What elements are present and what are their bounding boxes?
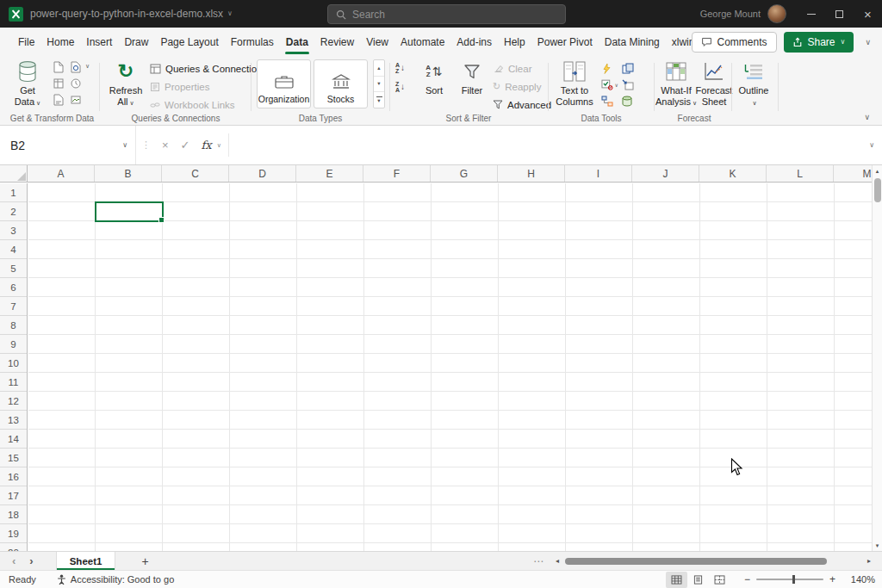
workbook-links-button[interactable]: Workbook Links <box>150 96 267 114</box>
share-button[interactable]: Share ∨ <box>784 32 854 53</box>
vertical-scrollbar-thumb[interactable] <box>874 178 881 202</box>
row-header-1[interactable]: 1 <box>0 183 27 202</box>
flash-fill-button[interactable] <box>601 63 618 74</box>
recent-sources-icon[interactable] <box>71 77 81 93</box>
row-header-19[interactable]: 19 <box>0 524 27 543</box>
close-button[interactable]: × <box>854 0 882 28</box>
search-box[interactable] <box>327 4 566 24</box>
status-ready[interactable]: Ready <box>9 574 36 585</box>
horizontal-scrollbar-thumb[interactable] <box>565 558 827 565</box>
row-header-11[interactable]: 11 <box>0 373 27 392</box>
row-header-14[interactable]: 14 <box>0 430 27 449</box>
row-header-12[interactable]: 12 <box>0 392 27 411</box>
accessibility-status[interactable]: Accessibility: Good to go <box>57 574 174 585</box>
menu-tab-xlwings[interactable]: xlwings <box>666 28 692 56</box>
chevron-down-icon[interactable]: ∨ <box>122 141 127 149</box>
cancel-button[interactable]: × <box>156 139 175 152</box>
menu-tab-page-layout[interactable]: Page Layout <box>154 28 224 56</box>
group-label-queries[interactable]: Queries & Connections <box>103 114 248 123</box>
group-label-forecast[interactable]: Forecast <box>656 114 732 123</box>
advanced-filter-button[interactable]: Advanced <box>493 96 551 114</box>
row-header-10[interactable]: 10 <box>0 354 27 373</box>
row-header-20[interactable]: 20 <box>0 543 27 551</box>
formula-bar-expand-button[interactable]: ∨ <box>861 141 882 149</box>
active-cell[interactable] <box>95 201 164 222</box>
column-header-f[interactable]: F <box>363 165 431 182</box>
forecast-sheet-button[interactable]: Forecast Sheet <box>696 59 732 108</box>
row-header-8[interactable]: 8 <box>0 316 27 335</box>
scroll-down-button[interactable]: ▾ <box>876 540 879 551</box>
what-if-analysis-button[interactable]: What-If Analysis∨ <box>656 59 696 108</box>
data-type-organization[interactable]: Organization <box>257 59 311 108</box>
select-all-button[interactable] <box>0 165 28 183</box>
data-type-stocks[interactable]: Stocks <box>314 59 368 108</box>
column-header-i[interactable]: I <box>565 165 632 182</box>
filter-button[interactable]: Filter <box>453 59 491 96</box>
queries-connections-button[interactable]: Queries & Connections <box>150 59 267 77</box>
remove-duplicates-button[interactable] <box>622 63 639 74</box>
comments-button[interactable]: Comments <box>692 32 777 53</box>
column-header-b[interactable]: B <box>95 165 162 182</box>
gallery-scroll-down-button[interactable]: ▾ <box>374 77 384 93</box>
document-title[interactable]: power-query-to-python-in-excel-demo.xlsx… <box>30 8 233 20</box>
zoom-in-button[interactable]: + <box>823 573 844 585</box>
scroll-left-button[interactable]: ◂ <box>551 558 563 565</box>
column-header-g[interactable]: G <box>431 165 498 182</box>
row-header-7[interactable]: 7 <box>0 297 27 316</box>
existing-connections-icon[interactable] <box>53 94 64 109</box>
maximize-button[interactable] <box>825 0 854 28</box>
column-header-e[interactable]: E <box>296 165 363 182</box>
row-header-16[interactable]: 16 <box>0 467 27 486</box>
zoom-slider-thumb[interactable] <box>792 575 795 584</box>
gallery-scroll-up-button[interactable]: ▴ <box>374 60 384 77</box>
row-header-18[interactable]: 18 <box>0 505 27 524</box>
add-sheet-button[interactable]: + <box>136 555 153 567</box>
tab-scroll-divider[interactable]: ⋯ <box>525 556 551 566</box>
reapply-button[interactable]: ↻ Reapply <box>493 77 551 96</box>
vertical-scrollbar[interactable]: ▴ ▾ <box>872 165 882 551</box>
column-header-k[interactable]: K <box>699 165 767 182</box>
menu-tab-review[interactable]: Review <box>314 28 360 56</box>
group-label-sort-filter[interactable]: Sort & Filter <box>393 114 544 123</box>
column-header-a[interactable]: A <box>28 165 95 182</box>
outline-button[interactable]: Outline ∨ <box>734 59 773 108</box>
menu-tab-file[interactable]: File <box>12 28 40 56</box>
from-table-range-icon[interactable] <box>53 77 64 93</box>
clear-filter-button[interactable]: Clear <box>493 59 551 77</box>
menu-tab-draw[interactable]: Draw <box>118 28 154 56</box>
menu-tab-help[interactable]: Help <box>498 28 531 56</box>
row-header-2[interactable]: 2 <box>0 202 27 221</box>
menu-tab-power-pivot[interactable]: Power Pivot <box>531 28 599 56</box>
user-avatar[interactable] <box>767 4 786 23</box>
data-validation-button[interactable]: ∨ <box>601 79 618 90</box>
search-input[interactable] <box>352 9 557 21</box>
sheet-tab-sheet1[interactable]: Sheet1 <box>56 552 116 570</box>
sheet-nav-left-button[interactable]: ‹ <box>5 555 22 566</box>
from-web-icon[interactable] <box>71 61 81 77</box>
row-header-9[interactable]: 9 <box>0 335 27 354</box>
column-header-j[interactable]: J <box>632 165 699 182</box>
manage-data-model-button[interactable] <box>622 96 639 107</box>
group-label-data-tools[interactable]: Data Tools <box>551 114 651 123</box>
from-picture-icon[interactable] <box>71 94 81 109</box>
column-header-h[interactable]: H <box>498 165 565 182</box>
menu-tab-formulas[interactable]: Formulas <box>225 28 280 56</box>
column-header-c[interactable]: C <box>162 165 229 182</box>
row-header-4[interactable]: 4 <box>0 240 27 259</box>
column-header-d[interactable]: D <box>229 165 296 182</box>
scroll-up-button[interactable]: ▴ <box>876 165 879 176</box>
row-header-15[interactable]: 15 <box>0 449 27 467</box>
consolidate-button[interactable] <box>622 79 639 90</box>
menu-tab-insert[interactable]: Insert <box>80 28 118 56</box>
group-label-get-transform[interactable]: Get & Transform Data <box>5 114 99 123</box>
row-header-13[interactable]: 13 <box>0 411 27 430</box>
menu-tab-data[interactable]: Data <box>280 28 314 56</box>
collapse-ribbon-button[interactable]: ∨ <box>864 113 870 121</box>
text-to-columns-button[interactable]: Text to Columns <box>551 59 598 108</box>
enter-button[interactable]: ✓ <box>175 139 196 152</box>
insert-function-button[interactable]: fx <box>196 139 217 152</box>
gallery-more-button[interactable]: ▾ <box>374 92 384 108</box>
properties-button[interactable]: Properties <box>150 77 267 96</box>
menu-tab-view[interactable]: View <box>360 28 394 56</box>
sort-descending-button[interactable]: ZA ↓ <box>393 81 407 93</box>
